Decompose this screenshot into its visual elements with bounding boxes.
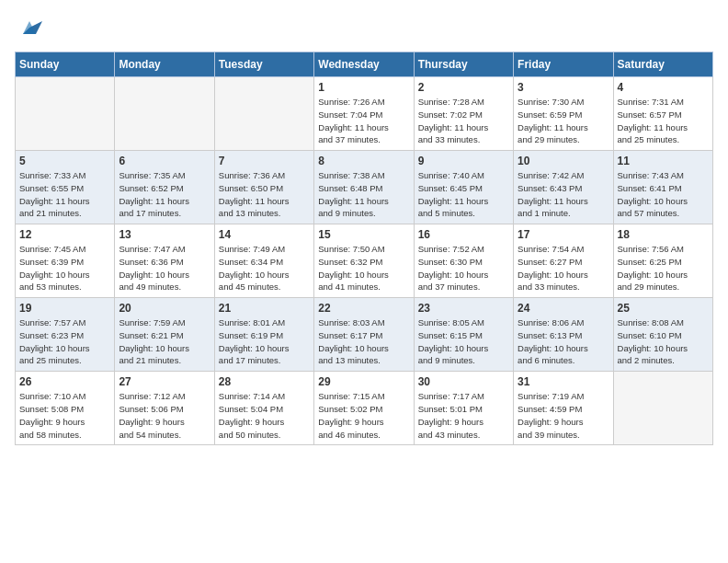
calendar-cell: 23Sunrise: 8:05 AM Sunset: 6:15 PM Dayli…	[414, 298, 513, 372]
day-number: 2	[418, 81, 509, 94]
day-info: Sunrise: 7:15 AM Sunset: 5:02 PM Dayligh…	[318, 390, 409, 441]
header	[15, 15, 713, 40]
calendar-cell: 16Sunrise: 7:52 AM Sunset: 6:30 PM Dayli…	[414, 224, 513, 298]
calendar-cell: 25Sunrise: 8:08 AM Sunset: 6:10 PM Dayli…	[613, 298, 712, 372]
day-number: 17	[518, 228, 609, 241]
day-number: 29	[318, 375, 409, 388]
calendar-cell: 10Sunrise: 7:42 AM Sunset: 6:43 PM Dayli…	[514, 151, 613, 224]
day-info: Sunrise: 7:10 AM Sunset: 5:08 PM Dayligh…	[19, 390, 110, 441]
day-info: Sunrise: 7:35 AM Sunset: 6:52 PM Dayligh…	[119, 169, 210, 220]
day-number: 13	[119, 228, 210, 241]
day-number: 10	[518, 155, 609, 167]
header-wednesday: Wednesday	[314, 52, 414, 77]
day-info: Sunrise: 7:57 AM Sunset: 6:23 PM Dayligh…	[19, 316, 110, 367]
header-saturday: Saturday	[613, 52, 712, 77]
calendar-cell: 31Sunrise: 7:19 AM Sunset: 4:59 PM Dayli…	[514, 372, 613, 445]
day-number: 1	[318, 81, 409, 94]
day-number: 30	[418, 375, 509, 388]
day-number: 21	[219, 302, 310, 315]
day-number: 4	[618, 81, 709, 94]
calendar-cell	[115, 77, 214, 151]
day-number: 14	[219, 228, 310, 241]
calendar-cell: 24Sunrise: 8:06 AM Sunset: 6:13 PM Dayli…	[514, 298, 613, 372]
calendar-cell: 5Sunrise: 7:33 AM Sunset: 6:55 PM Daylig…	[16, 151, 115, 224]
day-number: 31	[518, 375, 609, 388]
calendar-cell: 15Sunrise: 7:50 AM Sunset: 6:32 PM Dayli…	[314, 224, 414, 298]
calendar-cell	[214, 77, 313, 151]
logo	[15, 15, 42, 40]
calendar-table: SundayMondayTuesdayWednesdayThursdayFrid…	[15, 52, 713, 445]
day-number: 24	[518, 302, 609, 315]
day-number: 18	[618, 228, 709, 241]
calendar-cell: 19Sunrise: 7:57 AM Sunset: 6:23 PM Dayli…	[16, 298, 115, 372]
calendar-cell: 14Sunrise: 7:49 AM Sunset: 6:34 PM Dayli…	[214, 224, 313, 298]
day-number: 27	[119, 375, 210, 388]
day-info: Sunrise: 7:45 AM Sunset: 6:39 PM Dayligh…	[19, 243, 110, 293]
day-number: 26	[19, 375, 110, 388]
calendar-week-row: 19Sunrise: 7:57 AM Sunset: 6:23 PM Dayli…	[16, 298, 713, 372]
day-info: Sunrise: 8:06 AM Sunset: 6:13 PM Dayligh…	[518, 316, 609, 367]
day-info: Sunrise: 7:33 AM Sunset: 6:55 PM Dayligh…	[19, 169, 110, 220]
day-info: Sunrise: 7:59 AM Sunset: 6:21 PM Dayligh…	[119, 316, 210, 367]
header-thursday: Thursday	[414, 52, 513, 77]
header-sunday: Sunday	[16, 52, 115, 77]
header-tuesday: Tuesday	[214, 52, 313, 77]
day-number: 22	[318, 302, 409, 315]
calendar-cell: 22Sunrise: 8:03 AM Sunset: 6:17 PM Dayli…	[314, 298, 414, 372]
calendar-cell: 6Sunrise: 7:35 AM Sunset: 6:52 PM Daylig…	[115, 151, 214, 224]
calendar-cell: 8Sunrise: 7:38 AM Sunset: 6:48 PM Daylig…	[314, 151, 414, 224]
day-number: 5	[19, 155, 110, 167]
day-number: 20	[119, 302, 210, 315]
day-info: Sunrise: 7:43 AM Sunset: 6:41 PM Dayligh…	[618, 169, 709, 220]
day-number: 8	[318, 155, 409, 167]
calendar-week-row: 12Sunrise: 7:45 AM Sunset: 6:39 PM Dayli…	[16, 224, 713, 298]
day-info: Sunrise: 7:17 AM Sunset: 5:01 PM Dayligh…	[418, 390, 509, 441]
calendar-cell	[16, 77, 115, 151]
day-info: Sunrise: 7:30 AM Sunset: 6:59 PM Dayligh…	[518, 96, 609, 146]
calendar-cell: 20Sunrise: 7:59 AM Sunset: 6:21 PM Dayli…	[115, 298, 214, 372]
calendar-cell: 4Sunrise: 7:31 AM Sunset: 6:57 PM Daylig…	[613, 77, 712, 151]
calendar-cell: 9Sunrise: 7:40 AM Sunset: 6:45 PM Daylig…	[414, 151, 513, 224]
day-info: Sunrise: 8:01 AM Sunset: 6:19 PM Dayligh…	[219, 316, 310, 367]
day-number: 3	[518, 81, 609, 94]
day-info: Sunrise: 7:36 AM Sunset: 6:50 PM Dayligh…	[219, 169, 310, 220]
calendar-cell: 29Sunrise: 7:15 AM Sunset: 5:02 PM Dayli…	[314, 372, 414, 445]
header-monday: Monday	[115, 52, 214, 77]
day-info: Sunrise: 7:38 AM Sunset: 6:48 PM Dayligh…	[318, 169, 409, 220]
day-number: 16	[418, 228, 509, 241]
day-number: 15	[318, 228, 409, 241]
calendar-week-row: 26Sunrise: 7:10 AM Sunset: 5:08 PM Dayli…	[16, 372, 713, 445]
day-info: Sunrise: 7:40 AM Sunset: 6:45 PM Dayligh…	[418, 169, 509, 220]
day-number: 19	[19, 302, 110, 315]
day-info: Sunrise: 7:28 AM Sunset: 7:02 PM Dayligh…	[418, 96, 509, 146]
day-info: Sunrise: 7:56 AM Sunset: 6:25 PM Dayligh…	[618, 243, 709, 293]
day-number: 9	[418, 155, 509, 167]
day-info: Sunrise: 7:49 AM Sunset: 6:34 PM Dayligh…	[219, 243, 310, 293]
day-info: Sunrise: 7:42 AM Sunset: 6:43 PM Dayligh…	[518, 169, 609, 220]
day-info: Sunrise: 7:26 AM Sunset: 7:04 PM Dayligh…	[318, 96, 409, 146]
day-info: Sunrise: 8:05 AM Sunset: 6:15 PM Dayligh…	[418, 316, 509, 367]
calendar-cell: 12Sunrise: 7:45 AM Sunset: 6:39 PM Dayli…	[16, 224, 115, 298]
header-friday: Friday	[514, 52, 613, 77]
day-info: Sunrise: 7:54 AM Sunset: 6:27 PM Dayligh…	[518, 243, 609, 293]
day-info: Sunrise: 7:19 AM Sunset: 4:59 PM Dayligh…	[518, 390, 609, 441]
day-info: Sunrise: 7:31 AM Sunset: 6:57 PM Dayligh…	[618, 96, 709, 146]
day-number: 11	[618, 155, 709, 167]
calendar-cell: 3Sunrise: 7:30 AM Sunset: 6:59 PM Daylig…	[514, 77, 613, 151]
calendar-cell: 27Sunrise: 7:12 AM Sunset: 5:06 PM Dayli…	[115, 372, 214, 445]
calendar-cell	[613, 372, 712, 445]
day-info: Sunrise: 8:03 AM Sunset: 6:17 PM Dayligh…	[318, 316, 409, 367]
day-number: 28	[219, 375, 310, 388]
calendar-cell: 13Sunrise: 7:47 AM Sunset: 6:36 PM Dayli…	[115, 224, 214, 298]
calendar-cell: 7Sunrise: 7:36 AM Sunset: 6:50 PM Daylig…	[214, 151, 313, 224]
calendar-cell: 11Sunrise: 7:43 AM Sunset: 6:41 PM Dayli…	[613, 151, 712, 224]
day-number: 12	[19, 228, 110, 241]
day-info: Sunrise: 7:47 AM Sunset: 6:36 PM Dayligh…	[119, 243, 210, 293]
calendar-header-row: SundayMondayTuesdayWednesdayThursdayFrid…	[16, 52, 713, 77]
day-info: Sunrise: 7:14 AM Sunset: 5:04 PM Dayligh…	[219, 390, 310, 441]
calendar-cell: 30Sunrise: 7:17 AM Sunset: 5:01 PM Dayli…	[414, 372, 513, 445]
calendar-cell: 18Sunrise: 7:56 AM Sunset: 6:25 PM Dayli…	[613, 224, 712, 298]
calendar-cell: 28Sunrise: 7:14 AM Sunset: 5:04 PM Dayli…	[214, 372, 313, 445]
calendar-cell: 26Sunrise: 7:10 AM Sunset: 5:08 PM Dayli…	[16, 372, 115, 445]
day-number: 6	[119, 155, 210, 167]
